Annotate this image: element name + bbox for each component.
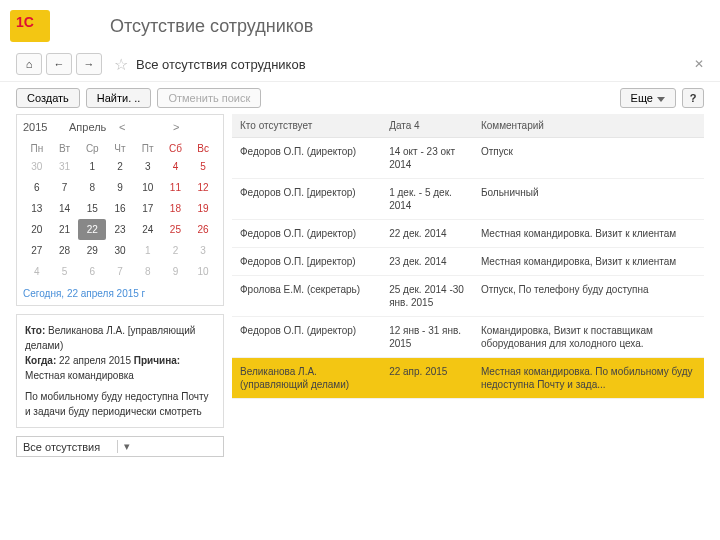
calendar-day[interactable]: 10 [134,177,162,198]
calendar-dow: Вс [189,141,217,156]
table-cell: 25 дек. 2014 -30 янв. 2015 [381,276,473,317]
details-panel: Кто: Великанова Л.А. [управляющий делами… [16,314,224,428]
filter-label: Все отсутствия [23,441,117,453]
calendar-year[interactable]: 2015 [23,121,63,133]
table-row[interactable]: Федоров О.П. [директор)1 дек. - 5 дек. 2… [232,179,704,220]
calendar-day[interactable]: 2 [106,156,134,177]
chevron-down-icon [657,97,665,102]
calendar-day[interactable]: 3 [134,156,162,177]
calendar-day[interactable]: 7 [106,261,134,282]
close-button[interactable]: ✕ [694,57,704,71]
calendar-day[interactable]: 17 [134,198,162,219]
table-row[interactable]: Фролова Е.М. (секретарь)25 дек. 2014 -30… [232,276,704,317]
calendar-day[interactable]: 21 [51,219,79,240]
header: Отсутствие сотрудников [0,0,720,47]
arrow-right-icon: → [84,58,95,70]
page-title: Отсутствие сотрудников [110,16,313,37]
calendar-day[interactable]: 23 [106,219,134,240]
calendar-month[interactable]: Апрель [69,121,109,133]
table-cell: 1 дек. - 5 дек. 2014 [381,179,473,220]
calendar-day[interactable]: 1 [134,240,162,261]
calendar-day[interactable]: 5 [51,261,79,282]
calendar-day[interactable]: 30 [23,156,51,177]
calendar-day[interactable]: 9 [106,177,134,198]
table-cell: Великанова Л.А. (управляющий делами) [232,358,381,399]
arrow-left-icon: ← [54,58,65,70]
calendar-day[interactable]: 25 [162,219,190,240]
calendar-day[interactable]: 3 [189,240,217,261]
find-button[interactable]: Найти. .. [86,88,152,108]
table-cell: Федоров О.П. (директор) [232,138,381,179]
calendar-day[interactable]: 27 [23,240,51,261]
table-row[interactable]: Великанова Л.А. (управляющий делами)22 а… [232,358,704,399]
action-bar: Создать Найти. .. Отменить поиск Еще ? [0,82,720,114]
calendar-day[interactable]: 16 [106,198,134,219]
table-cell: Федоров О.П. [директор) [232,179,381,220]
calendar-dow: Сб [162,141,190,156]
filter-dropdown[interactable]: Все отсутствия ▾ [16,436,224,457]
calendar-day[interactable]: 2 [162,240,190,261]
table-row[interactable]: Федоров О.П. [директор)23 дек. 2014Местн… [232,248,704,276]
table-header[interactable]: Дата 4 [381,114,473,138]
calendar-day[interactable]: 26 [189,219,217,240]
calendar-day[interactable]: 6 [78,261,106,282]
cancel-search-button[interactable]: Отменить поиск [157,88,261,108]
calendar-day[interactable]: 18 [162,198,190,219]
calendar-day[interactable]: 12 [189,177,217,198]
calendar: 2015 Апрель < > ПнВтСрЧтПтСбВс3031123456… [16,114,224,306]
calendar-day[interactable]: 8 [134,261,162,282]
create-button[interactable]: Создать [16,88,80,108]
calendar-day[interactable]: 28 [51,240,79,261]
table-row[interactable]: Федоров О.П. (директор)12 янв - 31 янв. … [232,317,704,358]
table-header[interactable]: Комментарий [473,114,704,138]
table-cell: Командировка, Визит к поставщикам оборуд… [473,317,704,358]
home-icon: ⌂ [26,58,33,70]
absence-table: Кто отсутствуетДата 4Комментарий Федоров… [232,114,704,399]
table-cell: 22 апр. 2015 [381,358,473,399]
calendar-day[interactable]: 4 [23,261,51,282]
calendar-prev[interactable]: < [115,121,163,133]
calendar-day[interactable]: 8 [78,177,106,198]
back-button[interactable]: ← [46,53,72,75]
table-cell: Федоров О.П. (директор) [232,317,381,358]
calendar-day[interactable]: 30 [106,240,134,261]
subtitle: Все отсутствия сотрудников [136,57,306,72]
logo-1c [10,10,50,42]
calendar-dow: Пн [23,141,51,156]
table-cell: 23 дек. 2014 [381,248,473,276]
calendar-day[interactable]: 7 [51,177,79,198]
calendar-day[interactable]: 10 [189,261,217,282]
table-cell: Местная командировка, Визит к клиентам [473,248,704,276]
star-icon[interactable]: ☆ [114,55,128,74]
top-toolbar: ⌂ ← → ☆ Все отсутствия сотрудников ✕ [0,47,720,82]
calendar-day[interactable]: 1 [78,156,106,177]
calendar-day[interactable]: 5 [189,156,217,177]
calendar-day[interactable]: 14 [51,198,79,219]
forward-button[interactable]: → [76,53,102,75]
table-cell: Федоров О.П. (директор) [232,220,381,248]
calendar-day[interactable]: 13 [23,198,51,219]
calendar-day[interactable]: 19 [189,198,217,219]
calendar-day[interactable]: 15 [78,198,106,219]
today-link[interactable]: Сегодня, 22 апреля 2015 г [23,288,217,299]
home-button[interactable]: ⌂ [16,53,42,75]
table-row[interactable]: Федоров О.П. (директор)22 дек. 2014Местн… [232,220,704,248]
calendar-day[interactable]: 29 [78,240,106,261]
more-button[interactable]: Еще [620,88,676,108]
calendar-next[interactable]: > [169,121,217,133]
help-button[interactable]: ? [682,88,704,108]
table-row[interactable]: Федоров О.П. (директор)14 окт - 23 окт 2… [232,138,704,179]
calendar-day[interactable]: 6 [23,177,51,198]
calendar-day[interactable]: 22 [78,219,106,240]
calendar-dow: Вт [51,141,79,156]
calendar-day[interactable]: 24 [134,219,162,240]
table-header[interactable]: Кто отсутствует [232,114,381,138]
calendar-grid: ПнВтСрЧтПтСбВс30311234567891011121314151… [23,141,217,282]
calendar-day[interactable]: 31 [51,156,79,177]
table-cell: 12 янв - 31 янв. 2015 [381,317,473,358]
chevron-down-icon: ▾ [117,440,218,453]
calendar-day[interactable]: 4 [162,156,190,177]
calendar-day[interactable]: 20 [23,219,51,240]
calendar-day[interactable]: 9 [162,261,190,282]
calendar-day[interactable]: 11 [162,177,190,198]
